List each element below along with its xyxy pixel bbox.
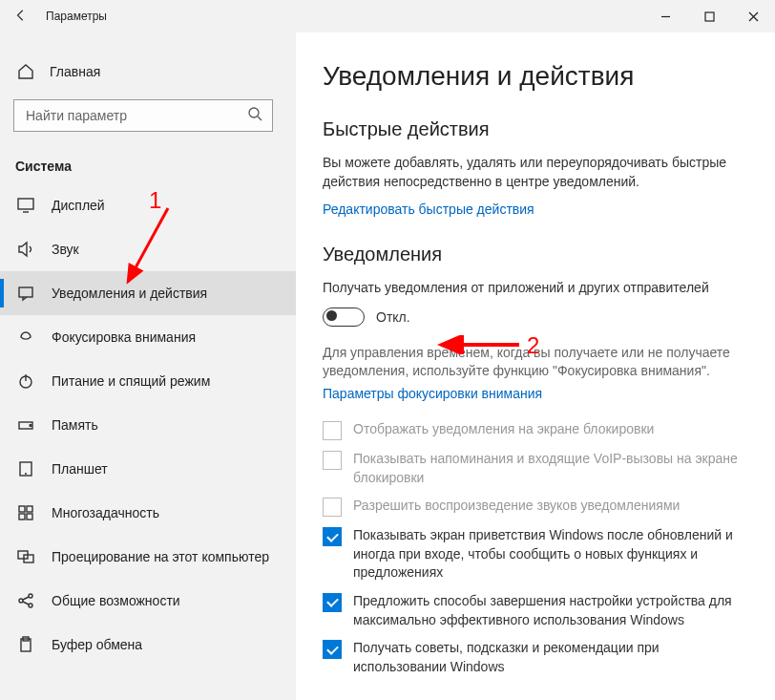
sidebar-home-label: Главная: [50, 64, 100, 79]
sidebar-item-tablet[interactable]: Планшет: [0, 447, 296, 491]
maximize-button[interactable]: [687, 0, 731, 32]
shared-icon: [17, 592, 34, 609]
notifications-toggle[interactable]: [323, 308, 365, 327]
edit-quick-actions-link[interactable]: Редактировать быстрые действия: [323, 202, 534, 217]
sidebar-section-header: Система: [0, 132, 296, 183]
checkbox-row: Разрешить воспроизведение звуков уведомл…: [323, 497, 752, 517]
checkbox-row: Предложить способы завершения настройки …: [323, 592, 752, 629]
sidebar-item-label: Питание и спящий режим: [52, 373, 210, 389]
checkbox: [323, 421, 342, 440]
power-icon: [17, 372, 34, 390]
checkbox-label: Разрешить воспроизведение звуков уведомл…: [353, 497, 680, 516]
multitask-icon: [17, 504, 34, 521]
clipboard-icon: [17, 636, 34, 653]
checkbox-label: Показывать экран приветствия Windows пос…: [353, 526, 752, 583]
quick-actions-text: Вы можете добавлять, удалять или переупо…: [323, 154, 752, 191]
checkbox-label: Показывать напоминания и входящие VoIP-в…: [353, 450, 752, 487]
minimize-button[interactable]: [643, 0, 687, 32]
checkbox: [323, 498, 342, 517]
search-input[interactable]: [26, 108, 247, 123]
sidebar-item-label: Буфер обмена: [52, 637, 142, 652]
focus-icon: [17, 329, 34, 346]
sidebar-item-clipboard[interactable]: Буфер обмена: [0, 623, 296, 667]
notifications-toggle-row: Откл.: [323, 308, 752, 327]
checkbox-row: Получать советы, подсказки и рекомендаци…: [323, 639, 752, 676]
svg-rect-17: [19, 514, 25, 520]
page-title: Уведомления и действия: [323, 61, 752, 92]
notifications-toggle-title: Получать уведомления от приложений и дру…: [323, 279, 752, 298]
sidebar-item-shared[interactable]: Общие возможности: [0, 579, 296, 623]
svg-line-5: [258, 117, 262, 120]
checkbox-row: Показывать напоминания и входящие VoIP-в…: [323, 450, 752, 487]
sidebar-item-focus[interactable]: Фокусировка внимания: [0, 315, 296, 359]
sidebar-item-power[interactable]: Питание и спящий режим: [0, 359, 296, 403]
svg-point-12: [30, 425, 31, 427]
sidebar-item-label: Проецирование на этот компьютер: [52, 549, 269, 564]
checkbox-row: Отображать уведомления на экране блокиро…: [323, 420, 752, 440]
content-area: Уведомления и действия Быстрые действия …: [296, 32, 775, 700]
checkbox[interactable]: [323, 593, 342, 612]
checkbox[interactable]: [323, 640, 342, 659]
home-icon: [17, 63, 34, 80]
project-icon: [17, 548, 34, 565]
window-title: Параметры: [42, 10, 107, 23]
checkbox-label: Получать советы, подсказки и рекомендаци…: [353, 639, 752, 676]
svg-rect-15: [19, 506, 25, 512]
search-icon: [247, 106, 262, 125]
sidebar-item-label: Память: [52, 417, 98, 433]
svg-point-4: [249, 108, 259, 117]
display-icon: [17, 197, 34, 214]
notifications-toggle-state: Откл.: [376, 309, 410, 325]
sidebar-item-label: Звук: [52, 242, 79, 257]
checkbox-row: Показывать экран приветствия Windows пос…: [323, 526, 752, 583]
svg-rect-16: [27, 506, 32, 512]
sidebar-item-label: Планшет: [52, 461, 108, 477]
svg-point-22: [29, 594, 32, 598]
svg-point-23: [29, 604, 32, 607]
sidebar-item-display[interactable]: Дисплей: [0, 183, 296, 227]
sidebar-item-sound[interactable]: Звук: [0, 227, 296, 271]
storage-icon: [17, 416, 34, 434]
sound-icon: [17, 241, 34, 258]
back-button[interactable]: [0, 9, 42, 25]
sidebar-item-storage[interactable]: Память: [0, 403, 296, 447]
focus-assist-help: Для управления временем, когда вы получа…: [323, 344, 752, 381]
svg-rect-11: [19, 422, 32, 429]
checkbox-label: Предложить способы завершения настройки …: [353, 592, 752, 629]
sidebar-item-label: Многозадачность: [52, 505, 159, 520]
search-box[interactable]: [13, 99, 273, 132]
sidebar-home[interactable]: Главная: [0, 55, 296, 88]
notifications-icon: [17, 285, 34, 302]
sidebar: Главная Система Дисплей Звук Уведомления…: [0, 32, 296, 700]
svg-line-24: [23, 597, 29, 600]
checkbox: [323, 451, 342, 470]
checkbox-label: Отображать уведомления на экране блокиро…: [353, 420, 654, 439]
sidebar-item-label: Фокусировка внимания: [52, 329, 196, 345]
svg-rect-18: [27, 514, 32, 520]
notifications-header: Уведомления: [323, 244, 752, 265]
svg-line-25: [23, 602, 29, 605]
sidebar-item-label: Общие возможности: [52, 593, 180, 608]
titlebar: Параметры: [0, 0, 775, 32]
checkbox[interactable]: [323, 527, 342, 546]
sidebar-item-label: Дисплей: [52, 198, 105, 213]
sidebar-item-label: Уведомления и действия: [52, 286, 207, 301]
focus-assist-link[interactable]: Параметры фокусировки внимания: [323, 386, 542, 401]
svg-rect-1: [705, 12, 714, 21]
tablet-icon: [17, 460, 34, 477]
svg-point-21: [19, 599, 23, 603]
close-button[interactable]: [731, 0, 775, 32]
sidebar-item-project[interactable]: Проецирование на этот компьютер: [0, 535, 296, 579]
svg-rect-6: [18, 199, 33, 209]
sidebar-item-notifications[interactable]: Уведомления и действия: [0, 271, 296, 315]
svg-rect-8: [19, 287, 32, 297]
quick-actions-header: Быстрые действия: [323, 118, 752, 140]
sidebar-item-multitask[interactable]: Многозадачность: [0, 491, 296, 535]
